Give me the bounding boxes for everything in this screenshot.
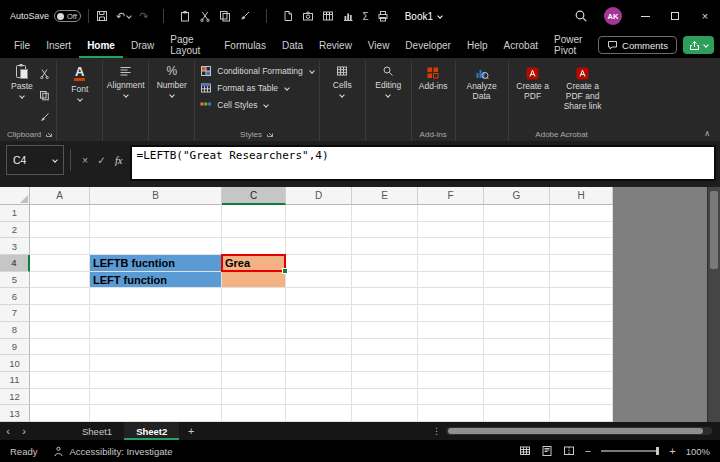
cell-H8[interactable]	[550, 322, 613, 339]
cell-F2[interactable]	[418, 222, 484, 239]
insert-function-button[interactable]: fx	[115, 155, 123, 166]
cell-H10[interactable]	[550, 355, 613, 372]
copy-button[interactable]	[219, 10, 231, 22]
row-header-1[interactable]: 1	[0, 205, 30, 222]
new-document-button[interactable]	[282, 10, 294, 22]
cell-B3[interactable]	[90, 238, 222, 255]
alignment-group-button[interactable]: Alignment	[103, 60, 149, 141]
cell-A12[interactable]	[30, 389, 90, 406]
cell-D9[interactable]	[286, 339, 352, 356]
menu-tab-draw[interactable]: Draw	[123, 32, 162, 58]
cell-H7[interactable]	[550, 305, 613, 322]
menu-tab-developer[interactable]: Developer	[397, 32, 459, 58]
printer-button[interactable]	[377, 10, 389, 22]
page-break-view-button[interactable]	[563, 445, 575, 457]
sheet-tab-sheet1[interactable]: Sheet1	[70, 422, 124, 440]
column-header-F[interactable]: F	[418, 187, 484, 205]
number-group-button[interactable]: % Number	[149, 60, 195, 141]
menu-tab-data[interactable]: Data	[274, 32, 311, 58]
paste-button[interactable]: Paste	[7, 60, 37, 127]
cell-A3[interactable]	[30, 238, 90, 255]
cell-A9[interactable]	[30, 339, 90, 356]
cell-E9[interactable]	[352, 339, 418, 356]
add-sheet-button[interactable]: +	[179, 422, 203, 440]
cell-C5[interactable]	[222, 272, 286, 289]
cell-H5[interactable]	[550, 272, 613, 289]
cell-F11[interactable]	[418, 372, 484, 389]
cut-button[interactable]	[199, 10, 211, 22]
menu-tab-review[interactable]: Review	[311, 32, 360, 58]
cell-A13[interactable]	[30, 405, 90, 422]
cell-D6[interactable]	[286, 288, 352, 305]
row-header-4[interactable]: 4	[0, 255, 30, 272]
cell-G8[interactable]	[484, 322, 550, 339]
cell-A8[interactable]	[30, 322, 90, 339]
cell-E10[interactable]	[352, 355, 418, 372]
camera-button[interactable]	[302, 10, 314, 22]
cell-B5[interactable]: LEFT function	[90, 272, 222, 289]
cell-H13[interactable]	[550, 405, 613, 422]
cell-C8[interactable]	[222, 322, 286, 339]
cell-G10[interactable]	[484, 355, 550, 372]
cell-F6[interactable]	[418, 288, 484, 305]
cell-G2[interactable]	[484, 222, 550, 239]
add-ins-button[interactable]: Add-ins	[415, 60, 452, 127]
cell-G7[interactable]	[484, 305, 550, 322]
redo-button[interactable]: ↷	[139, 10, 148, 23]
cell-B13[interactable]	[90, 405, 222, 422]
cell-G12[interactable]	[484, 389, 550, 406]
normal-view-button[interactable]	[519, 445, 531, 457]
cell-A2[interactable]	[30, 222, 90, 239]
cell-D7[interactable]	[286, 305, 352, 322]
row-header-12[interactable]: 12	[0, 389, 30, 406]
undo-button[interactable]: ↶	[116, 10, 131, 23]
cell-B7[interactable]	[90, 305, 222, 322]
clipboard-button[interactable]	[179, 10, 191, 22]
comments-button[interactable]: Comments	[598, 36, 677, 54]
cell-G1[interactable]	[484, 205, 550, 222]
cell-D4[interactable]	[286, 255, 352, 272]
row-header-9[interactable]: 9	[0, 339, 30, 356]
row-header-5[interactable]: 5	[0, 272, 30, 289]
cell-C2[interactable]	[222, 222, 286, 239]
cell-D10[interactable]	[286, 355, 352, 372]
cell-D2[interactable]	[286, 222, 352, 239]
copy-button[interactable]	[39, 87, 50, 105]
cells-group-button[interactable]: Cells	[320, 60, 366, 141]
cell-B11[interactable]	[90, 372, 222, 389]
accessibility-status[interactable]: Accessibility: Investigate	[53, 446, 172, 457]
cell-H12[interactable]	[550, 389, 613, 406]
sheet-nav-right-icon[interactable]: ›	[16, 422, 32, 440]
cell-C11[interactable]	[222, 372, 286, 389]
cell-E11[interactable]	[352, 372, 418, 389]
vertical-scrollbar[interactable]	[707, 187, 720, 422]
menu-tab-page-layout[interactable]: Page Layout	[162, 32, 216, 58]
cell-A11[interactable]	[30, 372, 90, 389]
cell-D3[interactable]	[286, 238, 352, 255]
analyze-data-button[interactable]: Analyze Data	[459, 60, 505, 127]
cell-G4[interactable]	[484, 255, 550, 272]
autosave-toggle[interactable]: AutoSave Off	[10, 10, 81, 22]
cell-E12[interactable]	[352, 389, 418, 406]
minimize-button[interactable]	[630, 0, 660, 32]
vertical-scrollbar-thumb[interactable]	[710, 191, 718, 269]
cell-G11[interactable]	[484, 372, 550, 389]
cell-A7[interactable]	[30, 305, 90, 322]
cell-G3[interactable]	[484, 238, 550, 255]
table-button[interactable]	[322, 10, 334, 22]
menu-tab-formulas[interactable]: Formulas	[216, 32, 274, 58]
cell-C6[interactable]	[222, 288, 286, 305]
cut-button[interactable]	[39, 65, 50, 83]
cell-E5[interactable]	[352, 272, 418, 289]
cell-B6[interactable]	[90, 288, 222, 305]
close-button[interactable]: ×	[690, 0, 720, 32]
cell-F5[interactable]	[418, 272, 484, 289]
conditional-formatting-button[interactable]: Conditional Formatting	[198, 64, 316, 78]
cell-C13[interactable]	[222, 405, 286, 422]
cell-C9[interactable]	[222, 339, 286, 356]
cell-B1[interactable]	[90, 205, 222, 222]
cell-A6[interactable]	[30, 288, 90, 305]
cell-G13[interactable]	[484, 405, 550, 422]
zoom-out-button[interactable]: −	[585, 445, 591, 457]
zoom-in-button[interactable]: +	[669, 445, 675, 457]
